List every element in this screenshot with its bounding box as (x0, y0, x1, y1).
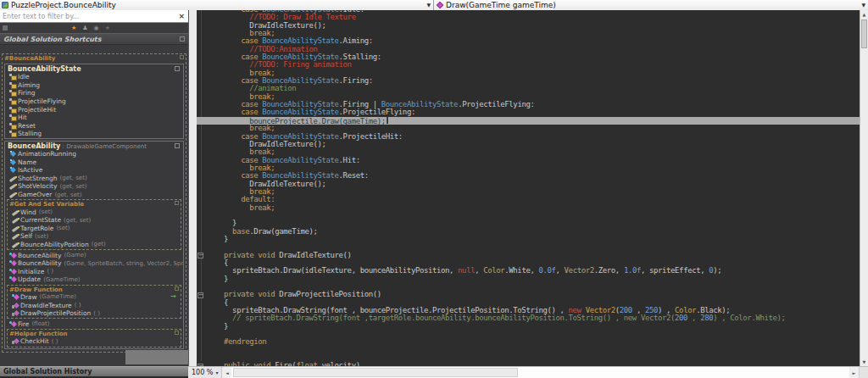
list-item[interactable]: Stalling (5, 130, 183, 138)
list-item[interactable]: Hit (5, 114, 183, 122)
list-item[interactable]: Wind(set) (8, 208, 181, 216)
item-params: (get) (92, 241, 106, 247)
code-token: } (207, 235, 228, 243)
zoom-control[interactable]: 100 % ▾ (188, 367, 222, 378)
vertical-scroll-thumb[interactable] (861, 19, 867, 48)
code-line[interactable]: //TODO: Firing animation (207, 61, 860, 69)
region-header[interactable]: #BounceAbility (3, 54, 186, 62)
code-line[interactable]: private void DrawIdleTexture() (207, 252, 860, 259)
scroll-down-icon[interactable]: ▼ (860, 358, 868, 366)
list-item[interactable]: BounceAbilityPosition(get) (8, 241, 181, 249)
clear-filter-icon[interactable]: × (175, 12, 188, 20)
horizontal-scrollbar[interactable] (231, 367, 849, 378)
code-line[interactable]: case BounceAbilityState.Hit: (207, 157, 860, 164)
panel-scroll-thumb[interactable] (125, 350, 188, 364)
code-line[interactable] (207, 347, 860, 354)
outlining-margin: −−− (197, 10, 207, 366)
code-line[interactable]: default: (207, 196, 860, 203)
code-line[interactable]: //animation (207, 85, 860, 92)
code-line[interactable]: #endregion (207, 338, 860, 346)
code-line[interactable]: } (207, 323, 860, 331)
code-line[interactable]: break; (207, 188, 860, 196)
list-item[interactable]: Aiming (5, 81, 183, 90)
code-line[interactable]: base.Draw(gameTime); (207, 228, 860, 236)
list-item[interactable]: Initialize( ) (5, 267, 183, 275)
list-item[interactable]: AnimationRunning (5, 150, 183, 158)
types-dropdown[interactable]: PuzzleProject.BounceAbility ▼ (0, 0, 434, 10)
history-header[interactable]: Global Solution History (0, 366, 188, 376)
collapse-box[interactable] (180, 55, 184, 59)
star-dim-icon[interactable]: ★ (105, 24, 110, 32)
collapse-box[interactable] (175, 143, 180, 148)
code-lines: case BounceAbilityState.Idle: //TODO: Dr… (207, 10, 860, 366)
list-item[interactable]: Update(GameTime) (5, 275, 183, 284)
item-params: ( ) (47, 268, 53, 275)
item-label: Name (18, 158, 36, 166)
person-icon[interactable]: ♟ (82, 24, 87, 32)
code-line[interactable]: private void DrawProjectilePosition() (207, 291, 860, 298)
code-line[interactable]: DrawIdleTexture(); (207, 141, 860, 148)
star-favorite-icon[interactable]: ★ (71, 24, 76, 32)
filter-input[interactable] (0, 11, 175, 21)
list-item[interactable]: DrawProjectilePosition( ) (8, 309, 181, 318)
scroll-up-icon[interactable]: ▲ (860, 10, 868, 19)
collapse-box[interactable] (175, 331, 179, 335)
shortcuts-header[interactable]: Global Solution Shortcuts (0, 33, 188, 45)
highlighted-code-line[interactable]: bounceProjectile.Draw(gameTime); (197, 117, 860, 125)
list-item[interactable]: BounceAbility(Game, SpriteBatch, string,… (5, 259, 183, 268)
code-line[interactable]: DrawIdleTexture(); (207, 22, 860, 30)
list-item[interactable]: ShotVelocity(get, set) (5, 182, 183, 191)
list-item[interactable]: Draw(GameTime)→ (8, 293, 181, 302)
list-item[interactable]: CurrentState(get, set) (8, 216, 181, 225)
method-icon (9, 259, 17, 267)
code-line[interactable]: // spriteBtach.DrawString(font ,targetRo… (207, 314, 860, 322)
list-item[interactable]: Name (5, 158, 183, 166)
list-item[interactable]: IsActive (5, 166, 183, 175)
list-item[interactable]: Idle (5, 73, 183, 81)
horizontal-scroll-thumb[interactable] (233, 368, 517, 377)
group-header[interactable]: BounceAbility : DrawableGameComponent (5, 142, 183, 150)
scroll-left-icon[interactable]: ◄ (222, 367, 231, 378)
list-item[interactable]: GameOver(get, set) (5, 191, 183, 199)
list-item[interactable]: DrawIdleTexture( ) (8, 301, 181, 309)
list-item[interactable]: Reset (5, 122, 183, 131)
code-editor[interactable]: −−− case BounceAbilityState.Idle: //TODO… (197, 10, 860, 366)
region-header[interactable]: #Helper Function (8, 330, 181, 337)
collapse-box[interactable] (175, 286, 179, 291)
list-item[interactable]: ProjectileFlying (5, 97, 183, 106)
list-item[interactable]: BounceAbility(Game) (5, 251, 183, 259)
collapse-box[interactable] (175, 201, 179, 205)
code-line[interactable]: } (207, 236, 860, 243)
code-line[interactable]: break; (207, 204, 860, 212)
code-line[interactable]: case BounceAbilityState.Firing: (207, 77, 860, 85)
code-line[interactable]: } (207, 275, 860, 283)
list-item[interactable]: ShotStrengh(get, set) (5, 175, 183, 183)
code-line[interactable]: case BounceAbilityState.ProjectileFlying… (207, 108, 860, 116)
region-header[interactable]: #Draw Function (8, 286, 181, 293)
vertical-scrollbar[interactable]: ▲ ▼ (860, 10, 868, 366)
collapse-box[interactable] (175, 66, 180, 71)
group-header[interactable]: BounceAbilityState (5, 64, 183, 73)
fold-toggle[interactable]: − (198, 292, 203, 298)
code-line[interactable]: DrawIdleTexture(); (207, 181, 860, 188)
list-item[interactable]: ProjectileHit (5, 105, 183, 114)
grid-icon[interactable] (3, 25, 8, 31)
list-item[interactable]: TargetRole(set) (8, 225, 181, 233)
list-item[interactable]: Self(set) (8, 232, 181, 241)
code-line[interactable] (207, 212, 860, 220)
fold-toggle[interactable]: − (198, 253, 203, 258)
collapse-box[interactable] (180, 36, 185, 42)
current-position-arrow-icon: → (170, 293, 176, 300)
list-item[interactable]: Firing (5, 89, 183, 97)
code-line[interactable]: spriteBtach.Draw(idleTexture, bounceAbil… (207, 267, 860, 275)
members-dropdown[interactable]: Draw(GameTime gameTime) ▼ (434, 0, 868, 10)
list-item[interactable]: CheckHit( ) (8, 337, 181, 346)
region-header[interactable]: #Get And Set Variable (8, 200, 181, 208)
code-line[interactable] (207, 331, 860, 338)
target-icon[interactable]: ◉ (94, 24, 99, 32)
code-token: ); (713, 266, 721, 275)
property-icon (12, 208, 19, 216)
list-item[interactable]: Fire(float) (5, 320, 183, 328)
code-token: DrawProjectilePosition() (279, 290, 381, 298)
scroll-right-icon[interactable]: ► (849, 367, 859, 378)
